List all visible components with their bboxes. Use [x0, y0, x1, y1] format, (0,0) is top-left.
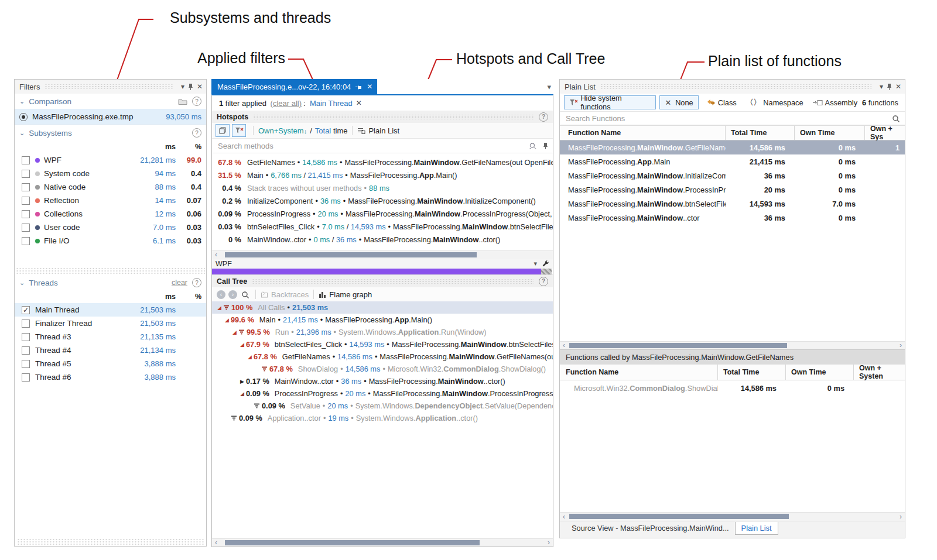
close-icon[interactable]: ✕ [197, 83, 203, 90]
subsystem-row-collections[interactable]: Collections 12 ms 0.06 [15, 207, 206, 221]
function-row[interactable]: MassFileProcessing.MainWindow..ctor 36 m… [560, 211, 905, 225]
collapsed-triangle-icon[interactable]: ▶ [238, 379, 246, 384]
hotspot-row[interactable]: 0 % MainWindow..ctor•0 ms / 36 ms•MassFi… [212, 233, 553, 246]
expanded-triangle-icon[interactable]: ◢ [238, 342, 246, 348]
chevron-down-icon[interactable]: ▾ [880, 83, 883, 90]
function-row[interactable]: MassFileProcessing.MainWindow.btnSelectF… [560, 197, 905, 211]
checkbox-unchecked[interactable] [22, 346, 30, 355]
clear-all-link[interactable]: (clear all) [271, 99, 302, 108]
calltree-row[interactable]: 0.09 % Application..ctor•19 ms•System.Wi… [212, 412, 553, 424]
group-none-button[interactable]: ✕ None [659, 95, 698, 109]
help-icon[interactable]: ? [192, 278, 201, 287]
pin-icon[interactable] [543, 142, 548, 150]
calltree-horizontal-scrollbar[interactable]: ‹ › [212, 538, 553, 547]
group-by-assembly-button[interactable]: Assembly [813, 98, 857, 107]
thread-row-5[interactable]: Thread #5 3,888 ms [15, 357, 206, 370]
sort-own-system[interactable]: Own+System↓ [258, 126, 307, 135]
called-by-row[interactable]: Microsoft.Win32.CommonDialog.ShowDialog … [560, 380, 905, 396]
calltree-row[interactable]: ◢ 99.6 % Main•21,415 ms•MassFileProcessi… [212, 314, 553, 326]
tab-source-view[interactable]: Source View - MassFileProcessing.MainWin… [566, 522, 735, 534]
tab-plain-list[interactable]: Plain List [735, 522, 778, 535]
thread-row-6[interactable]: Thread #6 3,888 ms [15, 370, 206, 384]
back-icon[interactable]: ‹ [217, 290, 225, 299]
checkbox-unchecked[interactable] [22, 197, 30, 205]
scroll-right-icon[interactable]: › [545, 539, 553, 547]
close-icon[interactable]: ✕ [367, 83, 372, 91]
expanded-triangle-icon[interactable]: ◢ [246, 354, 254, 360]
checkbox-unchecked[interactable] [22, 170, 30, 178]
merge-callstacks-button[interactable] [216, 124, 230, 137]
calltree-row[interactable]: 0.09 % SetValue•20 ms•System.Windows.Dep… [212, 400, 553, 412]
chevron-down-icon[interactable]: ▾ [181, 83, 184, 90]
subsystems-section-header[interactable]: ⌄ Subsystems ? [15, 125, 206, 140]
scroll-right-icon[interactable]: › [897, 342, 905, 349]
thread-row-finalizer[interactable]: Finalizer Thread 21,503 ms [15, 317, 206, 330]
subsystem-row-native-code[interactable]: Native code 88 ms 0.4 [15, 180, 206, 194]
expanded-triangle-icon[interactable]: ◢ [231, 329, 238, 335]
thread-row-3[interactable]: Thread #3 21,135 ms [15, 330, 206, 343]
group-by-namespace-button[interactable]: 〈〉 Namespace [746, 98, 803, 108]
checkbox-unchecked[interactable] [22, 333, 30, 341]
column-own-time[interactable]: Own Time [786, 365, 854, 380]
calltree-row[interactable]: ◢ 99.5 % Run•21,396 ms•System.Windows.Ap… [212, 326, 553, 338]
thread-row-4[interactable]: Thread #4 21,134 ms [15, 343, 206, 357]
snapshot-document-tab[interactable]: MassFileProcessing.e...ov-22, 16:40:04 ✕ [211, 79, 377, 94]
expanded-triangle-icon[interactable]: ◢ [238, 391, 246, 397]
expanded-triangle-icon[interactable]: ◢ [216, 305, 223, 311]
chevron-down-icon[interactable]: ▾ [547, 83, 551, 91]
checkbox-unchecked[interactable] [22, 319, 30, 328]
calltree-row[interactable]: 67.8 % ShowDialog•14,586 ms•Microsoft.Wi… [212, 363, 553, 375]
help-icon[interactable]: ? [539, 112, 548, 122]
hotspot-row[interactable]: 0.09 % ProcessInProgress•20 ms•MassFileP… [212, 207, 553, 220]
subsystem-row-system-code[interactable]: System code 94 ms 0.4 [15, 167, 206, 180]
threads-section-header[interactable]: ⌄ Threads clear ? [15, 275, 206, 290]
comparison-snapshot-row[interactable]: MassFileProcessing.exe.tmp 93,050 ms [15, 109, 206, 125]
calltree-row[interactable]: ◢ 67.8 % GetFileNames•14,586 ms•MassFile… [212, 351, 553, 363]
functions-horizontal-scrollbar[interactable]: ‹ › [560, 341, 905, 349]
function-row[interactable]: MassFileProcessing.MainWindow.ProcessInP… [560, 183, 905, 197]
column-total-time[interactable]: Total Time [718, 365, 786, 380]
comparison-section-header[interactable]: ⌄ Comparison ? [15, 94, 206, 109]
remove-filter-icon[interactable]: ✕ [356, 99, 362, 107]
calltree-row[interactable]: ◢ 0.09 % ProcessInProgress•20 ms•MassFil… [212, 387, 553, 400]
scroll-left-icon[interactable]: ‹ [560, 513, 568, 521]
forward-icon[interactable]: › [228, 290, 237, 299]
pin-icon[interactable] [188, 83, 193, 91]
subsystem-row-wpf[interactable]: WPF 21,281 ms 99.0 [15, 153, 206, 167]
scroll-left-icon[interactable]: ‹ [212, 251, 220, 259]
search-icon[interactable] [892, 115, 900, 122]
calltree-row[interactable]: ◢ 100 % All Calls•21,503 ms [212, 301, 553, 314]
wrench-icon[interactable] [542, 260, 549, 267]
calltree-row[interactable]: ◢ 67.9 % btnSelectFiles_Click•14,593 ms•… [212, 338, 553, 351]
search-methods-input[interactable] [217, 141, 529, 151]
hide-system-functions-button[interactable]: Hide system functions [564, 95, 656, 109]
column-own-system-time[interactable]: Own + Systen [854, 365, 905, 380]
column-function-name[interactable]: Function Name [560, 126, 726, 140]
checkbox-checked[interactable]: ✓ [22, 306, 30, 314]
filter-chip-main-thread[interactable]: Main Thread [310, 99, 353, 108]
subsystem-row-file-io[interactable]: File I/O 6.1 ms 0.03 [15, 234, 206, 248]
checkbox-unchecked[interactable] [22, 373, 30, 382]
scroll-right-icon[interactable]: › [897, 513, 905, 521]
column-own-system-time[interactable]: Own + Sys [865, 126, 905, 140]
function-row[interactable]: MassFileProcessing.App.Main 21,415 ms 0 … [560, 154, 905, 169]
hide-system-functions-button[interactable] [232, 124, 246, 137]
checkbox-unchecked[interactable] [22, 210, 30, 218]
backtraces-button[interactable]: Backtraces [271, 290, 309, 299]
checkbox-unchecked[interactable] [22, 237, 30, 245]
hotspots-horizontal-scrollbar[interactable]: ‹ [212, 250, 553, 259]
hotspot-row[interactable]: 0.4 % Stack traces without user methods•… [212, 181, 553, 194]
scrollbar-thumb[interactable] [569, 343, 787, 348]
column-own-time[interactable]: Own Time [795, 126, 865, 140]
folder-icon[interactable] [178, 98, 187, 105]
scroll-left-icon[interactable]: ‹ [212, 539, 220, 547]
subsystem-row-user-code[interactable]: User code 7.0 ms 0.03 [15, 221, 206, 234]
help-icon[interactable]: ? [192, 128, 201, 138]
flame-graph-button[interactable]: Flame graph [329, 290, 372, 299]
checkbox-unchecked[interactable] [22, 156, 30, 164]
column-total-time[interactable]: Total Time [726, 126, 795, 140]
help-icon[interactable]: ? [192, 97, 201, 106]
sort-total[interactable]: Total [315, 126, 331, 135]
close-icon[interactable]: ✕ [895, 83, 901, 90]
plain-list-button[interactable]: Plain List [368, 126, 399, 135]
